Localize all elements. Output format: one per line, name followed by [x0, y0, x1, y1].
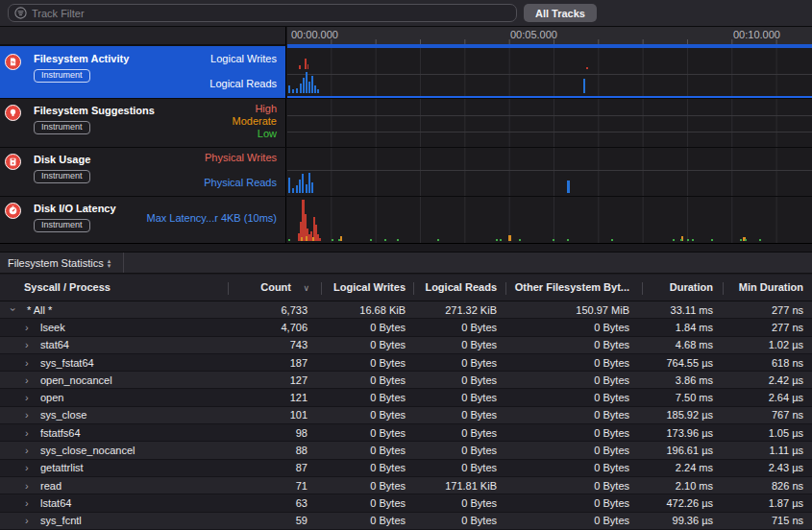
disclosure-collapsed-icon[interactable]: › [25, 392, 29, 403]
cell-duration: 764.55 µs [666, 357, 713, 369]
legend-label: Moderate [233, 115, 277, 127]
disclosure-expanded-icon[interactable]: › [8, 307, 19, 311]
timeline-ruler[interactable]: 00:00.00000:05.00000:10.000 [287, 27, 812, 46]
cell-logical-writes: 0 Bytes [370, 409, 406, 421]
column-header-4[interactable]: Other Filesystem Byt... [515, 281, 629, 293]
table-row[interactable]: ›sys_fcntl590 Bytes0 Bytes0 Bytes99.36 µ… [0, 513, 812, 530]
track-chart-lightbulb[interactable] [287, 99, 812, 147]
track-row-gauge[interactable]: Disk I/O LatencyInstrumentMax Latency...… [0, 197, 812, 246]
cell-other-bytes: 0 Bytes [594, 322, 629, 333]
cell-min-duration: 2.42 µs [769, 374, 803, 386]
cell-count: 187 [290, 357, 308, 369]
cell-logical-reads: 0 Bytes [461, 374, 497, 386]
chart-spike [299, 65, 301, 69]
all-tracks-button[interactable]: All Tracks [524, 4, 597, 22]
disclosure-collapsed-icon[interactable]: › [25, 409, 29, 421]
cell-logical-writes: 0 Bytes [370, 480, 406, 492]
table-row[interactable]: ›sys_close1010 Bytes0 Bytes0 Bytes185.92… [0, 407, 812, 424]
chart-spike [306, 236, 308, 241]
track-chart-filesystem-activity[interactable] [287, 46, 812, 98]
column-header-3[interactable]: Logical Reads [425, 281, 497, 293]
chart-spike [673, 239, 675, 241]
chart-spike [312, 237, 314, 241]
stats-table-header: Syscall / ProcessCount∨Logical WritesLog… [0, 275, 812, 301]
chart-spike [692, 239, 694, 241]
track-row-disk[interactable]: Disk UsageInstrumentPhysical WritesPhysi… [0, 148, 812, 197]
disk-icon [5, 154, 21, 170]
chart-spike [519, 239, 521, 241]
column-header-1[interactable]: Count [260, 281, 291, 293]
table-row[interactable]: ›stat647430 Bytes0 Bytes0 Bytes4.68 ms1.… [0, 337, 812, 354]
track-chart-gauge[interactable] [287, 197, 812, 245]
track-filter-input[interactable] [32, 8, 510, 19]
disclosure-collapsed-icon[interactable]: › [25, 322, 29, 333]
cell-count: 4,706 [281, 322, 308, 333]
disclosure-collapsed-icon[interactable]: › [25, 497, 29, 509]
pane-splitter[interactable] [0, 243, 812, 252]
chart-spike [567, 181, 570, 193]
chart-spike [296, 88, 298, 93]
cell-other-bytes: 0 Bytes [594, 480, 629, 492]
table-row[interactable]: ›lseek4,7060 Bytes0 Bytes0 Bytes1.84 ms2… [0, 319, 812, 336]
track-sidebar-filesystem-activity[interactable]: Filesystem ActivityInstrumentLogical Wri… [0, 46, 286, 98]
track-row-lightbulb[interactable]: Filesystem SuggestionsInstrumentHighMode… [0, 99, 812, 148]
legend-label: Max Latency...r 4KB (10ms) [146, 212, 277, 224]
table-row[interactable]: ›read710 Bytes171.81 KiB0 Bytes2.10 ms82… [0, 477, 812, 494]
track-sidebar-lightbulb[interactable]: Filesystem SuggestionsInstrumentHighMode… [0, 99, 286, 147]
track-chart-disk[interactable] [287, 148, 812, 196]
cell-count: 6,733 [281, 304, 308, 316]
track-row-filesystem-activity[interactable]: Filesystem ActivityInstrumentLogical Wri… [0, 46, 812, 99]
chart-spike [680, 239, 682, 241]
table-row[interactable]: ›getattrlist870 Bytes0 Bytes0 Bytes2.24 … [0, 460, 812, 477]
cell-logical-reads: 0 Bytes [461, 357, 497, 369]
disclosure-collapsed-icon[interactable]: › [25, 445, 29, 456]
table-row[interactable]: ›* All *6,73316.68 KiB271.32 KiB150.97 M… [0, 301, 812, 319]
chart-spike [308, 173, 310, 193]
disclosure-collapsed-icon[interactable]: › [25, 427, 29, 439]
track-sidebar-disk[interactable]: Disk UsageInstrumentPhysical WritesPhysi… [0, 148, 286, 196]
stats-table-body: ›* All *6,73316.68 KiB271.32 KiB150.97 M… [0, 301, 812, 530]
cell-count: 88 [296, 445, 308, 456]
cell-logical-reads: 0 Bytes [461, 445, 497, 456]
cell-duration: 2.10 ms [676, 480, 713, 492]
disclosure-collapsed-icon[interactable]: › [25, 515, 29, 526]
chart-spike [340, 236, 342, 241]
track-sidebar-gauge[interactable]: Disk I/O LatencyInstrumentMax Latency...… [0, 197, 286, 245]
disclosure-collapsed-icon[interactable]: › [25, 374, 29, 386]
track-title: Filesystem Suggestions [34, 105, 155, 116]
disclosure-collapsed-icon[interactable]: › [25, 339, 29, 350]
disclosure-collapsed-icon[interactable]: › [25, 480, 29, 492]
cell-logical-writes: 0 Bytes [370, 445, 406, 456]
chart-spike [437, 239, 439, 241]
disclosure-collapsed-icon[interactable]: › [25, 462, 29, 473]
chart-spike [500, 239, 502, 241]
chart-spike [317, 89, 319, 93]
table-row[interactable]: ›sys_fstat641870 Bytes0 Bytes0 Bytes764.… [0, 354, 812, 372]
table-row[interactable]: ›lstat64630 Bytes0 Bytes0 Bytes472.26 µs… [0, 494, 812, 512]
cell-logical-writes: 0 Bytes [370, 339, 406, 350]
detail-view-selector[interactable]: Filesystem Statistics ▴▾ [0, 253, 111, 273]
table-row[interactable]: ›open1210 Bytes0 Bytes0 Bytes7.50 ms2.64… [0, 389, 812, 406]
table-row[interactable]: ›sys_close_nocancel880 Bytes0 Bytes0 Byt… [0, 442, 812, 459]
table-row[interactable]: ›open_nocancel1270 Bytes0 Bytes0 Bytes3.… [0, 372, 812, 389]
cell-logical-reads: 171.81 KiB [445, 480, 497, 492]
column-header-2[interactable]: Logical Writes [333, 281, 406, 293]
cell-syscall-name: stat64 [40, 339, 69, 350]
cell-duration: 196.61 µs [666, 445, 713, 456]
column-header-6[interactable]: Min Duration [739, 281, 803, 293]
cell-other-bytes: 0 Bytes [594, 339, 629, 350]
chart-spike [508, 235, 511, 241]
cell-min-duration: 1.05 µs [769, 427, 803, 439]
gauge-icon [5, 203, 21, 219]
cell-syscall-name: read [40, 480, 62, 492]
chart-spike [301, 237, 303, 241]
cell-duration: 7.50 ms [676, 392, 713, 403]
track-filter-field[interactable] [8, 4, 517, 22]
disclosure-collapsed-icon[interactable]: › [25, 357, 29, 369]
legend-label: Logical Writes [210, 53, 277, 64]
lane-divider [287, 170, 812, 171]
cell-count: 127 [290, 374, 308, 386]
column-header-0[interactable]: Syscall / Process [24, 281, 111, 293]
column-header-5[interactable]: Duration [670, 281, 713, 293]
table-row[interactable]: ›fstatfs64980 Bytes0 Bytes0 Bytes173.96 … [0, 424, 812, 442]
